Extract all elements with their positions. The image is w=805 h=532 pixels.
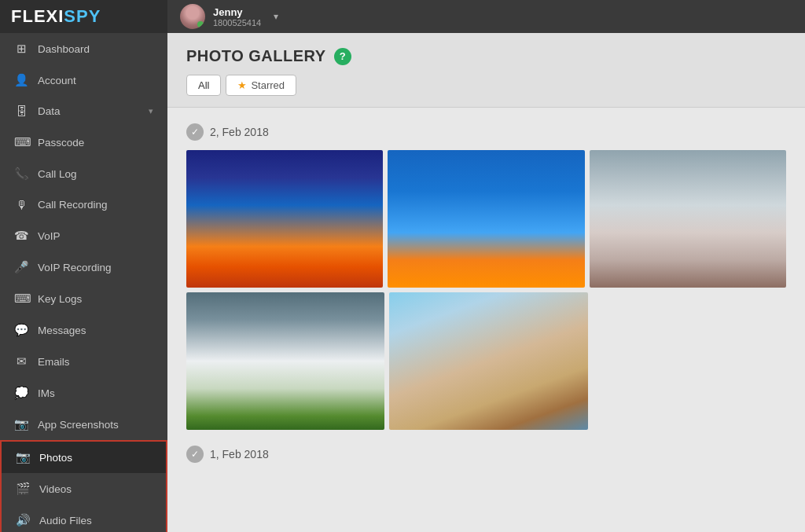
key-logs-icon: ⌨ xyxy=(14,292,28,306)
user-info: Jenny 1800525414 xyxy=(213,6,261,28)
date-section-2: ✓ 1, Feb 2018 xyxy=(186,446,786,463)
page-title: PHOTO GALLERY xyxy=(186,47,326,65)
filter-all-label: All xyxy=(198,79,209,91)
sidebar-item-label: VoIP Recording xyxy=(38,262,153,273)
user-name: Jenny xyxy=(213,6,261,18)
sidebar-item-audio-files[interactable]: 🔊 Audio Files xyxy=(2,504,166,532)
photo-image xyxy=(186,150,383,288)
photo-thumb[interactable] xyxy=(186,292,384,430)
highlighted-group: 📷 Photos 🎬 Videos 🔊 Audio Files xyxy=(0,440,167,532)
sidebar-item-label: Messages xyxy=(38,325,153,336)
main-layout: ⊞ Dashboard 👤 Account 🗄 Data ▾ ⌨ Passcod… xyxy=(0,33,805,532)
photo-grid-bottom xyxy=(186,292,588,430)
filter-all-button[interactable]: All xyxy=(186,75,221,96)
sidebar-item-emails[interactable]: ✉ Emails xyxy=(0,346,167,377)
messages-icon: 💬 xyxy=(14,323,28,337)
photo-image xyxy=(388,150,584,288)
call-log-icon: 📞 xyxy=(14,167,28,181)
sidebar-item-label: Account xyxy=(38,75,153,86)
sidebar-item-label: Call Log xyxy=(38,168,153,180)
logo-flexi: FLEXI xyxy=(11,6,64,26)
sidebar-item-voip[interactable]: ☎ VoIP xyxy=(0,220,167,251)
sidebar-item-app-screenshots[interactable]: 📷 App Screenshots xyxy=(0,409,167,440)
sidebar-item-passcode[interactable]: ⌨ Passcode xyxy=(0,127,167,158)
sidebar-item-call-recording[interactable]: 🎙 Call Recording xyxy=(0,189,167,220)
sidebar-item-videos[interactable]: 🎬 Videos xyxy=(2,473,166,504)
logo-area: FLEXISPY xyxy=(0,0,167,33)
avatar xyxy=(180,4,205,29)
data-icon: 🗄 xyxy=(14,105,28,118)
filter-starred-label: Starred xyxy=(251,79,285,91)
sidebar-item-photos[interactable]: 📷 Photos xyxy=(2,442,166,473)
sidebar-item-label: IMs xyxy=(38,387,153,399)
date-label-2: 1, Feb 2018 xyxy=(210,448,269,460)
date-header-1: ✓ 2, Feb 2018 xyxy=(186,123,786,141)
photos-icon: 📷 xyxy=(16,450,30,464)
user-phone: 1800525414 xyxy=(213,18,261,28)
sidebar-item-label: VoIP xyxy=(38,230,153,242)
user-area[interactable]: Jenny 1800525414 ▾ xyxy=(167,4,805,29)
photo-thumb[interactable] xyxy=(186,150,383,288)
sidebar-item-label: Passcode xyxy=(38,137,153,149)
online-status-dot xyxy=(197,21,204,28)
sidebar-item-account[interactable]: 👤 Account xyxy=(0,64,167,96)
call-recording-icon: 🎙 xyxy=(14,198,28,211)
photo-image xyxy=(590,150,786,288)
sidebar-item-data[interactable]: 🗄 Data ▾ xyxy=(0,96,167,127)
check-icon-2: ✓ xyxy=(186,446,204,463)
sidebar-item-call-log[interactable]: 📞 Call Log xyxy=(0,158,167,189)
page-title-row: PHOTO GALLERY ? xyxy=(186,47,786,65)
app-screenshots-icon: 📷 xyxy=(14,417,28,431)
photo-thumb[interactable] xyxy=(388,150,584,288)
logo-spy: SPY xyxy=(64,6,101,26)
dashboard-icon: ⊞ xyxy=(14,42,28,56)
account-icon: 👤 xyxy=(14,73,28,87)
sidebar-item-label: Call Recording xyxy=(38,199,153,211)
photo-image xyxy=(186,292,384,430)
sidebar-item-messages[interactable]: 💬 Messages xyxy=(0,314,167,346)
photo-image xyxy=(389,292,587,430)
data-chevron: ▾ xyxy=(149,106,153,116)
app-logo: FLEXISPY xyxy=(11,6,101,27)
date-label-1: 2, Feb 2018 xyxy=(210,126,269,138)
sidebar-item-ims[interactable]: 💭 IMs xyxy=(0,377,167,409)
sidebar-item-label: Audio Files xyxy=(39,515,152,526)
ims-icon: 💭 xyxy=(14,386,28,400)
filter-starred-button[interactable]: ★ Starred xyxy=(226,75,296,96)
sidebar-item-label: Data xyxy=(38,105,139,117)
sidebar: ⊞ Dashboard 👤 Account 🗄 Data ▾ ⌨ Passcod… xyxy=(0,33,167,532)
emails-icon: ✉ xyxy=(14,354,28,369)
photo-grid-top xyxy=(186,150,786,288)
sidebar-item-label: Photos xyxy=(39,452,152,464)
voip-recording-icon: 🎤 xyxy=(14,260,28,274)
gallery-content: ✓ 2, Feb 2018 xyxy=(167,108,805,494)
sidebar-item-label: Videos xyxy=(39,483,152,495)
help-button[interactable]: ? xyxy=(334,48,351,65)
sidebar-item-dashboard[interactable]: ⊞ Dashboard xyxy=(0,33,167,64)
date-header-2: ✓ 1, Feb 2018 xyxy=(186,446,786,463)
check-icon-1: ✓ xyxy=(186,123,204,141)
sidebar-item-label: Key Logs xyxy=(38,293,153,305)
photo-thumb[interactable] xyxy=(389,292,587,430)
date-section-1: ✓ 2, Feb 2018 xyxy=(186,123,786,430)
photo-thumb[interactable] xyxy=(590,150,786,288)
content-area: PHOTO GALLERY ? All ★ Starred ✓ 2, Feb 2… xyxy=(167,33,805,532)
sidebar-item-voip-recording[interactable]: 🎤 VoIP Recording xyxy=(0,251,167,283)
sidebar-item-label: Emails xyxy=(38,356,153,368)
content-header: PHOTO GALLERY ? All ★ Starred xyxy=(167,33,805,108)
videos-icon: 🎬 xyxy=(16,482,30,496)
audio-files-icon: 🔊 xyxy=(16,513,30,527)
filter-row: All ★ Starred xyxy=(186,75,786,96)
top-bar: FLEXISPY Jenny 1800525414 ▾ xyxy=(0,0,805,33)
user-dropdown-chevron[interactable]: ▾ xyxy=(274,11,278,22)
star-icon: ★ xyxy=(237,79,247,91)
sidebar-item-key-logs[interactable]: ⌨ Key Logs xyxy=(0,283,167,314)
sidebar-item-label: Dashboard xyxy=(38,43,153,55)
passcode-icon: ⌨ xyxy=(14,135,28,149)
sidebar-item-label: App Screenshots xyxy=(38,419,153,431)
voip-icon: ☎ xyxy=(14,229,28,243)
